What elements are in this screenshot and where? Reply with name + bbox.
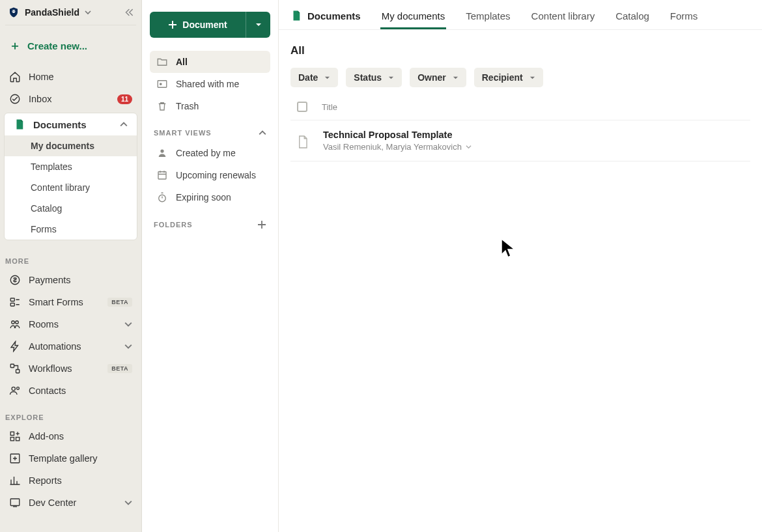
svg-point-2	[14, 10, 15, 12]
svg-rect-18	[158, 81, 167, 88]
smart-created-by-me[interactable]: Created by me	[150, 142, 270, 164]
nav-my-documents[interactable]: My documents	[5, 135, 137, 156]
select-all-checkbox[interactable]	[297, 102, 307, 112]
nav-home[interactable]: Home	[0, 66, 141, 88]
add-folder-button[interactable]	[257, 220, 266, 229]
nav-payments[interactable]: Payments	[0, 269, 141, 291]
automations-icon	[9, 341, 21, 352]
workspace-name: PandaShield	[25, 7, 79, 18]
column-title: Title	[322, 102, 337, 112]
filter-recipient[interactable]: Recipient	[474, 68, 543, 87]
beta-badge: BETA	[107, 298, 132, 307]
smart-forms-icon	[9, 296, 21, 308]
smart-expiring-soon[interactable]: Expiring soon	[150, 186, 270, 208]
workspace-switcher[interactable]: PandaShield	[8, 7, 123, 18]
tab-forms[interactable]: Forms	[669, 4, 699, 29]
nav-content-library[interactable]: Content library	[5, 177, 137, 198]
rooms-icon	[9, 318, 21, 330]
smart-upcoming-renewals[interactable]: Upcoming renewals	[150, 164, 270, 186]
filter-bar: Date Status Owner Recipient	[290, 68, 750, 87]
create-new-button[interactable]: ＋ Create new...	[0, 25, 141, 66]
chevron-down-icon	[85, 9, 91, 16]
plus-icon: ＋	[9, 40, 21, 51]
nav-templates[interactable]: Templates	[5, 156, 137, 177]
cursor-icon	[500, 238, 517, 259]
tab-my-documents[interactable]: My documents	[380, 4, 447, 29]
template-gallery-icon	[9, 453, 21, 464]
svg-rect-10	[16, 370, 20, 373]
create-new-label: Create new...	[27, 40, 87, 51]
chevron-up-icon	[259, 129, 266, 137]
caret-down-icon	[529, 75, 535, 81]
calendar-icon	[156, 169, 168, 181]
new-document-split-button: Document	[150, 12, 270, 38]
svg-point-19	[160, 83, 162, 85]
shared-icon	[156, 78, 168, 90]
nav-home-label: Home	[29, 72, 54, 82]
nav-catalog[interactable]: Catalog	[5, 198, 137, 219]
view-shared-with-me[interactable]: Shared with me	[150, 73, 270, 95]
reports-icon	[9, 475, 21, 486]
filter-owner[interactable]: Owner	[410, 68, 466, 87]
caret-down-icon	[255, 21, 262, 28]
contacts-icon	[9, 385, 21, 397]
new-document-dropdown[interactable]	[246, 12, 270, 38]
explore-group-label: EXPLORE	[0, 402, 141, 425]
caret-down-icon	[324, 75, 330, 81]
document-icon	[290, 10, 302, 21]
payments-icon	[9, 274, 21, 286]
main-content: Documents My documents Templates Content…	[279, 0, 762, 532]
person-icon	[156, 147, 168, 159]
secondary-sidebar: Document All Shared with me Trash SMART …	[142, 0, 279, 532]
nav-smart-forms[interactable]: Smart Forms BETA	[0, 291, 141, 313]
stopwatch-icon	[156, 191, 168, 203]
tab-catalog[interactable]: Catalog	[614, 4, 651, 29]
nav-addons[interactable]: Add-ons	[0, 425, 141, 447]
more-group-label: MORE	[0, 245, 141, 269]
smart-views-header[interactable]: SMART VIEWS	[150, 117, 270, 141]
nav-contacts[interactable]: Contacts	[0, 380, 141, 402]
nav-template-gallery[interactable]: Template gallery	[0, 447, 141, 469]
nav-documents[interactable]: Documents	[5, 113, 137, 135]
svg-point-12	[17, 387, 20, 389]
collapse-sidebar-icon[interactable]	[123, 7, 135, 18]
nav-reports[interactable]: Reports	[0, 469, 141, 492]
svg-point-7	[12, 321, 15, 324]
view-trash[interactable]: Trash	[150, 95, 270, 117]
tab-templates[interactable]: Templates	[464, 4, 511, 29]
nav-rooms[interactable]: Rooms	[0, 313, 141, 335]
filter-status[interactable]: Status	[346, 68, 402, 87]
chevron-down-icon	[124, 320, 132, 328]
top-tabs: Documents My documents Templates Content…	[279, 0, 762, 30]
addons-icon	[9, 430, 21, 442]
tab-documents[interactable]: Documents	[289, 4, 362, 29]
svg-point-20	[160, 149, 163, 152]
new-document-label: Document	[182, 20, 227, 30]
svg-rect-6	[10, 303, 14, 307]
nav-inbox[interactable]: Inbox 11	[0, 88, 141, 110]
nav-automations[interactable]: Automations	[0, 335, 141, 357]
svg-point-1	[12, 10, 14, 12]
new-document-button[interactable]: Document	[150, 12, 246, 38]
nav-forms[interactable]: Forms	[5, 219, 137, 240]
tab-content-library[interactable]: Content library	[530, 4, 597, 29]
folder-icon	[156, 56, 168, 68]
nav-dev-center[interactable]: Dev Center	[0, 492, 141, 514]
document-icon	[14, 119, 25, 130]
svg-rect-14	[16, 438, 20, 441]
row-subtitle: Vasil Remeniuk, Maryia Yermakovich	[323, 142, 472, 152]
primary-sidebar: PandaShield ＋ Create new... Home Inbox 1…	[0, 0, 142, 532]
filter-date[interactable]: Date	[290, 68, 338, 87]
table-row[interactable]: Technical Proposal Template Vasil Remeni…	[290, 120, 750, 161]
row-title: Technical Proposal Template	[323, 130, 472, 140]
dev-center-icon	[9, 497, 21, 509]
caret-down-icon	[388, 75, 394, 81]
trash-icon	[156, 100, 168, 112]
view-all[interactable]: All	[150, 51, 270, 73]
workspace-logo-icon	[8, 7, 20, 18]
svg-rect-5	[10, 298, 14, 301]
chevron-down-icon[interactable]	[466, 144, 472, 150]
nav-workflows[interactable]: Workflows BETA	[0, 357, 141, 380]
inbox-icon	[9, 93, 21, 105]
documents-section-card: Documents My documents Templates Content…	[4, 113, 137, 240]
